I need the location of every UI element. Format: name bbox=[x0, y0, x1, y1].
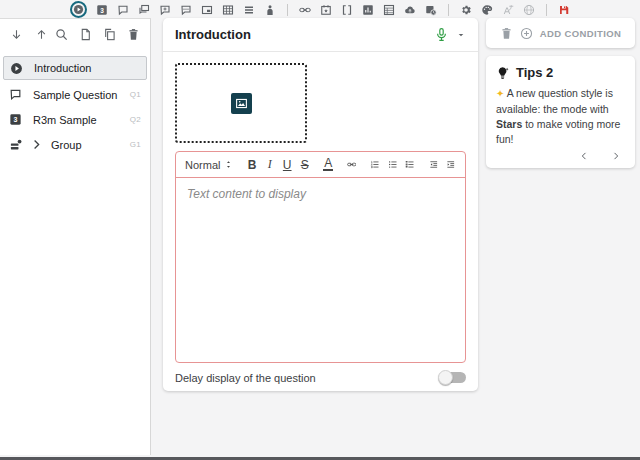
tips-text-bold: Stars bbox=[496, 118, 522, 130]
search-icon[interactable] bbox=[55, 28, 68, 41]
list-item-group[interactable]: Group G1 bbox=[0, 132, 150, 157]
language-globe-icon[interactable] bbox=[523, 4, 535, 16]
sidebar-toolbar-right bbox=[55, 28, 140, 41]
delay-label: Delay display of the question bbox=[175, 372, 316, 384]
next-tip-icon[interactable] bbox=[611, 151, 621, 161]
page-title: Introduction bbox=[175, 27, 251, 42]
settings-gear-icon[interactable] bbox=[460, 4, 472, 16]
reorder-icon[interactable] bbox=[243, 4, 255, 16]
strikethrough-button[interactable]: S bbox=[300, 158, 310, 172]
underline-button[interactable]: U bbox=[282, 158, 292, 172]
move-up-icon[interactable] bbox=[35, 28, 48, 41]
numbered-question-icon: 3 bbox=[9, 113, 22, 126]
chevron-down-icon[interactable] bbox=[456, 30, 466, 40]
bold-button[interactable]: B bbox=[247, 158, 257, 172]
add-circle-icon[interactable] bbox=[520, 27, 533, 40]
tips-card: Tips 2 ✦ A new question style is availab… bbox=[486, 56, 635, 168]
toolbar-separator bbox=[287, 4, 288, 16]
comment-icon[interactable] bbox=[117, 4, 129, 16]
comment-icon bbox=[9, 88, 22, 101]
list-item-r3m-sample[interactable]: 3 R3m Sample Q2 bbox=[0, 107, 150, 132]
italic-button[interactable]: I bbox=[265, 157, 275, 172]
condition-card: ADD CONDITION bbox=[486, 18, 635, 48]
save-icon[interactable] bbox=[558, 4, 570, 16]
schedule-icon[interactable] bbox=[425, 4, 437, 16]
numbered-question-icon[interactable]: 3 bbox=[96, 4, 108, 16]
indent-icon[interactable] bbox=[446, 158, 456, 171]
editor-body: Normal B I U S A Text content to display… bbox=[163, 52, 478, 395]
editor-content[interactable]: Text content to display bbox=[176, 178, 465, 362]
add-comment-icon[interactable] bbox=[159, 4, 171, 16]
person-icon[interactable] bbox=[264, 4, 276, 16]
bar-chart-icon[interactable] bbox=[362, 4, 374, 16]
lightbulb-icon bbox=[496, 66, 510, 80]
add-condition-button[interactable]: ADD CONDITION bbox=[540, 28, 622, 39]
question-list: Introduction Sample Question Q1 3 R3m Sa… bbox=[0, 56, 150, 157]
duplicate-icon[interactable] bbox=[103, 28, 116, 41]
event-star-icon[interactable] bbox=[320, 4, 332, 16]
list-item-introduction[interactable]: Introduction bbox=[3, 56, 147, 80]
spreadsheet-icon[interactable] bbox=[383, 4, 395, 16]
play-circle-icon bbox=[10, 62, 23, 75]
present-play-icon[interactable] bbox=[70, 1, 87, 18]
delete-icon[interactable] bbox=[127, 28, 140, 41]
question-number-badge: Q1 bbox=[130, 90, 141, 99]
move-down-icon[interactable] bbox=[10, 28, 23, 41]
tips-header: Tips 2 bbox=[496, 65, 625, 80]
forum-icon[interactable] bbox=[138, 4, 150, 16]
ordered-list-icon[interactable] bbox=[370, 158, 380, 171]
question-editor-card: Introduction Normal B I U S A bbox=[163, 18, 478, 391]
tips-text-prefix: A new question style is available: the m… bbox=[496, 87, 613, 115]
insert-link-icon[interactable] bbox=[347, 158, 357, 171]
grid-table-icon[interactable] bbox=[222, 4, 234, 16]
toggle-knob bbox=[438, 370, 453, 385]
text-color-button[interactable]: A bbox=[323, 158, 333, 171]
toolbar-separator bbox=[448, 4, 449, 16]
topbar-icons: 3 bbox=[70, 1, 570, 18]
new-page-icon[interactable] bbox=[79, 28, 92, 41]
format-select[interactable]: Normal bbox=[185, 159, 233, 171]
picture-in-picture-icon[interactable] bbox=[201, 4, 213, 16]
bullet-list-icon[interactable] bbox=[388, 158, 398, 171]
svg-text:3: 3 bbox=[100, 6, 104, 13]
toolbar-separator bbox=[546, 4, 547, 16]
sidebar-toolbar bbox=[0, 19, 150, 49]
media-dropzone[interactable] bbox=[175, 63, 307, 143]
check-list-icon[interactable] bbox=[405, 158, 415, 171]
cloud-upload-icon[interactable] bbox=[404, 4, 416, 16]
delay-row: Delay display of the question bbox=[175, 371, 466, 384]
brackets-icon[interactable] bbox=[341, 4, 353, 16]
select-arrows-icon bbox=[224, 160, 233, 169]
svg-text:3: 3 bbox=[14, 116, 18, 123]
top-toolbar: 3 bbox=[0, 0, 640, 19]
microphone-icon[interactable] bbox=[434, 27, 449, 42]
comment-dots-icon[interactable] bbox=[180, 4, 192, 16]
right-panel: ADD CONDITION Tips 2 ✦ A new question st… bbox=[486, 18, 635, 168]
tips-text: ✦ A new question style is available: the… bbox=[496, 86, 625, 147]
theme-palette-icon[interactable] bbox=[481, 4, 493, 16]
image-icon bbox=[235, 97, 248, 110]
list-item-sample-question[interactable]: Sample Question Q1 bbox=[0, 82, 150, 107]
group-number-badge: G1 bbox=[130, 140, 141, 149]
outdent-icon[interactable] bbox=[429, 158, 439, 171]
delay-toggle[interactable] bbox=[439, 371, 466, 384]
editor-header: Introduction bbox=[163, 18, 478, 52]
list-item-label: Group bbox=[51, 139, 82, 151]
list-item-label: R3m Sample bbox=[33, 114, 97, 126]
link-icon[interactable] bbox=[299, 4, 311, 16]
delete-condition-icon[interactable] bbox=[500, 27, 513, 40]
add-image-button[interactable] bbox=[231, 93, 252, 114]
question-number-badge: Q2 bbox=[130, 115, 141, 124]
previous-tip-icon[interactable] bbox=[579, 151, 589, 161]
rich-text-editor: Normal B I U S A Text content to display bbox=[175, 151, 466, 363]
tips-navigation bbox=[496, 151, 625, 161]
question-list-sidebar: Introduction Sample Question Q1 3 R3m Sa… bbox=[0, 18, 151, 455]
editor-toolbar: Normal B I U S A bbox=[176, 152, 465, 178]
sidebar-toolbar-left bbox=[10, 28, 48, 41]
expand-chevron-icon[interactable] bbox=[30, 138, 43, 151]
format-select-value: Normal bbox=[185, 159, 220, 171]
translate-icon[interactable] bbox=[502, 4, 514, 16]
list-item-label: Introduction bbox=[34, 62, 91, 74]
list-item-label: Sample Question bbox=[33, 89, 117, 101]
group-layers-icon bbox=[9, 138, 22, 151]
